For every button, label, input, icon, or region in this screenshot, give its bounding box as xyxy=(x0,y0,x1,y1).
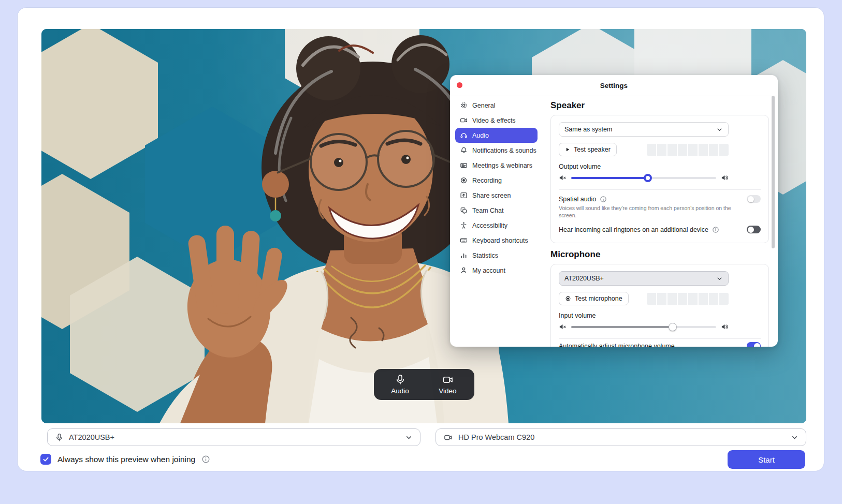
sidebar-item-label: Audio xyxy=(472,132,489,139)
test-speaker-button[interactable]: Test speaker xyxy=(559,143,617,156)
sidebar-item-label: Team Chat xyxy=(472,207,503,214)
always-show-label: Always show this preview when joining xyxy=(57,455,195,464)
sidebar-item-meetings[interactable]: Meetings & webinars xyxy=(455,158,538,173)
microphone-icon xyxy=(55,433,64,442)
record-icon xyxy=(460,176,468,184)
settings-scrollbar[interactable] xyxy=(772,96,775,248)
ringtones-label-group: Hear incoming call ringtones on an addit… xyxy=(559,226,719,233)
sidebar-item-label: Video & effects xyxy=(472,117,516,124)
accessibility-icon xyxy=(460,221,468,229)
sidebar-item-share-screen[interactable]: Share screen xyxy=(455,188,538,203)
spatial-audio-description: Voices will sound like they're coming fr… xyxy=(559,204,741,219)
chevron-down-icon xyxy=(716,126,723,133)
microphone-device-value: AT2020USB+ xyxy=(564,275,604,282)
input-volume-slider xyxy=(559,323,729,331)
chevron-down-icon xyxy=(716,275,723,282)
settings-header: Settings xyxy=(450,75,778,96)
sidebar-item-audio[interactable]: Audio xyxy=(455,128,538,143)
always-show-row: Always show this preview when joining xyxy=(40,454,210,465)
share-screen-icon xyxy=(460,191,468,199)
close-button[interactable] xyxy=(457,82,462,88)
test-microphone-label: Test microphone xyxy=(575,295,622,302)
settings-dialog: Settings General Video & effects Audio N… xyxy=(450,75,778,347)
chevron-down-icon xyxy=(791,434,799,441)
always-show-checkbox[interactable] xyxy=(40,454,51,465)
check-icon xyxy=(42,456,49,463)
auto-adjust-toggle[interactable] xyxy=(747,342,761,347)
microphone-select[interactable]: AT2020USB+ xyxy=(47,428,420,446)
input-volume-knob[interactable] xyxy=(669,323,677,331)
spatial-audio-toggle[interactable] xyxy=(747,195,761,203)
speaker-heading: Speaker xyxy=(550,100,769,111)
sidebar-item-label: Accessibility xyxy=(472,222,507,229)
output-volume-knob[interactable] xyxy=(644,174,652,182)
speaker-device-value: Same as system xyxy=(564,126,612,133)
volume-loud-icon xyxy=(721,323,729,331)
sidebar-item-keyboard-shortcuts[interactable]: Keyboard shortcuts xyxy=(455,233,538,248)
output-volume-slider xyxy=(559,174,729,182)
speaker-test-row: Test speaker xyxy=(559,143,729,156)
sidebar-item-notifications[interactable]: Notifications & sounds xyxy=(455,143,538,158)
output-volume-fill xyxy=(571,177,648,179)
speaker-device-select[interactable]: Same as system xyxy=(559,122,729,137)
sidebar-item-label: General xyxy=(472,102,495,109)
monitor-icon xyxy=(460,161,468,169)
headphones-icon xyxy=(460,131,468,139)
audio-button-label: Audio xyxy=(391,387,409,395)
video-button[interactable]: Video xyxy=(424,370,472,399)
spatial-audio-label-group: Spatial audio xyxy=(559,196,607,203)
camera-select[interactable]: HD Pro Webcam C920 xyxy=(435,428,806,446)
sidebar-item-accessibility[interactable]: Accessibility xyxy=(455,218,538,233)
test-speaker-label: Test speaker xyxy=(574,146,611,153)
keyboard-icon xyxy=(460,236,468,244)
preview-controls: Audio Video xyxy=(374,369,474,400)
gear-icon xyxy=(460,101,468,109)
ringtones-toggle[interactable] xyxy=(747,226,761,233)
audio-button[interactable]: Audio xyxy=(376,370,424,399)
sidebar-item-team-chat[interactable]: Team Chat xyxy=(455,203,538,218)
sidebar-item-recording[interactable]: Recording xyxy=(455,173,538,188)
info-icon[interactable] xyxy=(201,455,210,464)
chat-bubbles-icon xyxy=(460,206,468,214)
auto-adjust-row: Automatically adjust microphone volume xyxy=(559,342,761,347)
sidebar-item-label: Recording xyxy=(472,177,502,184)
input-volume-track[interactable] xyxy=(571,326,716,328)
microphone-test-row: Test microphone xyxy=(559,292,729,305)
play-icon xyxy=(565,147,570,152)
speaker-divider xyxy=(559,189,761,190)
camera-select-value: HD Pro Webcam C920 xyxy=(458,433,534,441)
speaker-panel: Same as system Test speaker Output volum… xyxy=(550,115,769,243)
test-microphone-button[interactable]: Test microphone xyxy=(559,292,629,305)
sidebar-item-label: My account xyxy=(472,267,505,274)
sidebar-item-general[interactable]: General xyxy=(455,98,538,113)
microphone-panel: AT2020USB+ Test microphone Input volume xyxy=(550,264,769,347)
video-camera-icon xyxy=(443,433,453,442)
start-button[interactable]: Start xyxy=(728,450,805,469)
auto-adjust-label: Automatically adjust microphone volume xyxy=(559,343,675,347)
sidebar-item-label: Meetings & webinars xyxy=(472,162,532,169)
microphone-divider xyxy=(559,338,761,339)
sidebar-item-video-effects[interactable]: Video & effects xyxy=(455,113,538,128)
volume-mute-icon xyxy=(559,323,567,331)
settings-content: Speaker Same as system Test speaker Outp… xyxy=(550,96,769,347)
spatial-audio-row: Spatial audio xyxy=(559,195,761,203)
sidebar-item-label: Keyboard shortcuts xyxy=(472,237,528,244)
settings-sidebar: General Video & effects Audio Notificati… xyxy=(450,96,550,347)
microphone-heading: Microphone xyxy=(550,249,769,260)
record-dot-icon xyxy=(565,295,571,302)
preview-window: Audio Video AT2020USB+ xyxy=(0,0,842,504)
sidebar-item-my-account[interactable]: My account xyxy=(455,263,538,278)
volume-loud-icon xyxy=(721,174,729,182)
ringtones-label: Hear incoming call ringtones on an addit… xyxy=(559,226,708,233)
output-volume-track[interactable] xyxy=(571,177,716,179)
microphone-device-select[interactable]: AT2020USB+ xyxy=(559,271,729,286)
info-icon[interactable] xyxy=(600,196,607,203)
sidebar-item-statistics[interactable]: Statistics xyxy=(455,248,538,263)
speaker-level-meter xyxy=(647,144,729,156)
sidebar-item-label: Notifications & sounds xyxy=(472,147,536,154)
video-button-label: Video xyxy=(439,387,456,395)
sidebar-item-label: Statistics xyxy=(472,252,498,259)
info-icon[interactable] xyxy=(712,226,719,233)
settings-title: Settings xyxy=(600,82,628,90)
spatial-audio-label: Spatial audio xyxy=(559,196,596,203)
